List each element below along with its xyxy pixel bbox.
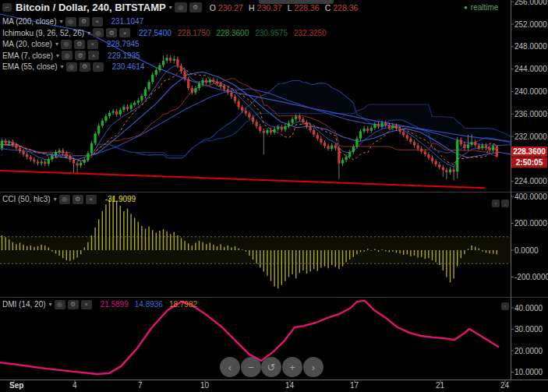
visibility-icon[interactable]: ◎ — [55, 300, 65, 309]
move-pane-down-button[interactable]: ↓ — [501, 200, 509, 207]
indicator-value: 14.8936 — [135, 300, 163, 309]
time-label: 14 — [285, 381, 294, 390]
chevron-down-icon[interactable]: ▾ — [61, 63, 64, 70]
indicator-value: 230.9575 — [255, 29, 288, 37]
realtime-status: ● realtime — [464, 3, 498, 12]
scroll-right-button[interactable]: › — [303, 357, 323, 377]
chevron-down-icon[interactable]: ▾ — [59, 18, 62, 25]
indicator-label[interactable]: MA (20, close) — [2, 40, 52, 48]
symbol-header: − Bitcoin / Dollar, 240, BITSTAMP ▾ ◎ ⚙ … — [2, 2, 358, 13]
scroll-left-button[interactable]: ‹ — [220, 357, 240, 377]
indicator-row: MA (200, close)▾◎⚙×231.1047 — [2, 16, 327, 26]
indicator-label[interactable]: CCI (50, hlc3) — [2, 195, 51, 203]
reset-view-button[interactable]: ↺ — [261, 357, 281, 377]
settings-icon[interactable]: ⚙ — [79, 17, 90, 26]
indicator-row: EMA (7, close)▾◎⚙×229.1935 — [2, 51, 327, 61]
indicator-row: DMI (14, 20)▾◎⚙×21.589914.893618.7982 — [2, 299, 197, 309]
chevron-down-icon[interactable]: ▾ — [54, 196, 57, 203]
cci-pane-header: CCI (50, hlc3)▾◎⚙×-31.9099 — [2, 194, 136, 206]
dmi-scale-label: 20.0000 — [514, 347, 543, 355]
high-label: H — [249, 3, 255, 12]
time-label: 21 — [436, 381, 444, 390]
close-icon[interactable]: × — [119, 28, 130, 37]
indicator-label[interactable]: DMI (14, 20) — [2, 300, 46, 309]
dmi-scale-label: 30.0000 — [514, 325, 543, 334]
settings-icon[interactable]: ⚙ — [75, 51, 86, 60]
close-icon[interactable]: × — [93, 62, 104, 72]
price-label: 248.0000 — [514, 42, 547, 51]
price-label: 236.0000 — [514, 110, 547, 118]
cci-scale-label: 200.0000 — [514, 219, 547, 228]
dmi-scale-label: 40.0000 — [514, 304, 543, 313]
chevron-down-icon[interactable]: ▾ — [55, 41, 58, 48]
chevron-down-icon[interactable]: ▾ — [87, 30, 90, 37]
move-pane-up-button[interactable]: ↑ — [492, 200, 500, 207]
trading-chart-window: − Bitcoin / Dollar, 240, BITSTAMP ▾ ◎ ⚙ … — [0, 0, 548, 392]
settings-icon[interactable]: ⚙ — [80, 62, 90, 72]
chevron-down-icon[interactable]: ▾ — [56, 52, 59, 59]
chevron-down-icon[interactable]: ▾ — [49, 301, 52, 308]
indicator-value: -31.9099 — [105, 195, 136, 203]
open-value: 230.27 — [218, 3, 243, 12]
close-icon[interactable]: × — [88, 51, 99, 60]
time-label: 17 — [350, 381, 359, 390]
close-icon[interactable]: × — [87, 40, 98, 49]
indicator-row: MA (20, close)▾◎⚙×228.7945 — [2, 39, 327, 49]
zoom-out-button[interactable]: − — [241, 357, 261, 377]
symbol-title[interactable]: Bitcoin / Dollar, 240, BITSTAMP — [16, 2, 166, 13]
chevron-down-icon[interactable]: ▾ — [169, 4, 172, 11]
indicator-row: EMA (55, close)▾◎⚙×230.4614 — [2, 62, 327, 72]
settings-icon[interactable]: ⚙ — [106, 28, 117, 37]
visibility-icon[interactable]: ◎ — [61, 40, 72, 49]
visibility-icon[interactable]: ◎ — [175, 2, 187, 12]
time-label: 10 — [200, 381, 209, 390]
move-pane-up-button[interactable]: ↑ — [501, 302, 509, 310]
high-value: 230.37 — [257, 3, 282, 12]
indicator-label[interactable]: EMA (7, close) — [2, 51, 53, 60]
indicator-label[interactable]: EMA (55, close) — [2, 62, 58, 71]
visibility-icon[interactable]: ◎ — [65, 17, 76, 26]
indicator-row: Ichimoku (9, 26, 52, 26)▾◎⚙×227.5400228.… — [2, 28, 327, 38]
realtime-label: realtime — [471, 3, 499, 12]
indicator-value: 230.4614 — [112, 62, 145, 71]
indicator-value: 228.7945 — [107, 40, 140, 48]
indicator-value: 231.1047 — [111, 17, 144, 26]
close-value: 228.36 — [333, 3, 358, 12]
collapse-header-icon[interactable]: − — [2, 3, 12, 12]
close-icon[interactable]: × — [92, 17, 103, 26]
visibility-icon[interactable]: ◎ — [59, 195, 70, 204]
low-label: L — [288, 3, 292, 12]
close-icon[interactable]: × — [86, 195, 97, 204]
time-label: 7 — [138, 381, 143, 390]
main-pane-indicator-list: MA (200, close)▾◎⚙×231.1047Ichimoku (9, … — [2, 16, 327, 73]
indicator-value: 232.3250 — [294, 29, 327, 37]
visibility-icon[interactable]: ◎ — [66, 62, 77, 72]
time-label: 4 — [72, 381, 77, 390]
indicator-value: 229.1935 — [108, 51, 140, 60]
low-value: 228.36 — [295, 3, 320, 12]
cci-scale-label: 0.0000 — [514, 246, 539, 255]
zoom-in-button[interactable]: + — [282, 357, 302, 377]
time-label: 24 — [500, 381, 509, 390]
visibility-icon[interactable]: ◎ — [62, 51, 72, 60]
price-label: 256.0000 — [514, 0, 547, 6]
indicator-value: 228.3600 — [217, 29, 249, 37]
close-icon[interactable]: × — [81, 300, 92, 309]
indicator-value: 18.7982 — [169, 300, 197, 309]
price-label: 224.0000 — [514, 177, 547, 185]
indicator-label[interactable]: MA (200, close) — [2, 17, 56, 26]
price-label: 240.0000 — [514, 87, 547, 96]
settings-icon[interactable]: ⚙ — [189, 2, 202, 12]
indicator-value: 21.5899 — [101, 300, 129, 309]
price-label: 244.0000 — [514, 65, 547, 73]
cci-scale-label: -200.0000 — [514, 273, 548, 281]
visibility-icon[interactable]: ◎ — [93, 28, 104, 37]
realtime-dot-icon: ● — [464, 4, 468, 11]
cci-scale-label: 400.0000 — [514, 192, 547, 201]
settings-icon[interactable]: ⚙ — [72, 195, 83, 204]
indicator-value: 227.5400 — [139, 29, 171, 37]
bar-countdown-badge: 2:50:05 — [511, 157, 547, 168]
settings-icon[interactable]: ⚙ — [68, 300, 79, 309]
indicator-label[interactable]: Ichimoku (9, 26, 52, 26) — [2, 29, 84, 37]
settings-icon[interactable]: ⚙ — [74, 40, 85, 49]
